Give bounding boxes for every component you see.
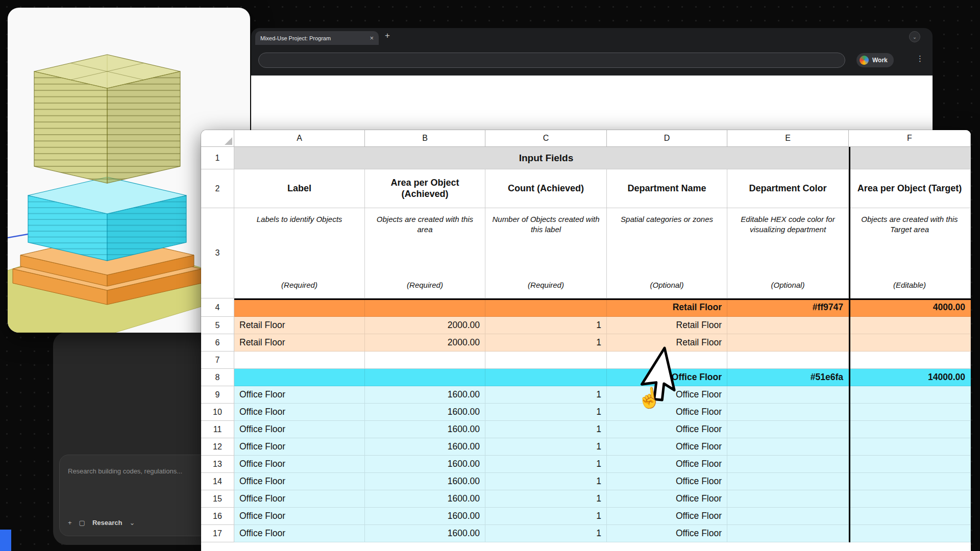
field-header-D[interactable]: Department Name xyxy=(607,169,727,208)
field-description-C[interactable]: Number of Objects created with this labe… xyxy=(485,208,607,298)
sheet-cell-E11[interactable] xyxy=(727,421,849,438)
row-header-1[interactable]: 1 xyxy=(201,147,234,169)
sheet-cell-C8[interactable] xyxy=(485,369,607,386)
row-header-3[interactable]: 3 xyxy=(201,208,234,298)
sheet-cell-C17[interactable]: 1 xyxy=(485,525,607,542)
column-header-E[interactable]: E xyxy=(727,130,849,147)
row-header-6[interactable]: 6 xyxy=(201,334,234,352)
sheet-cell-E15[interactable] xyxy=(727,490,849,508)
sheet-cell-B14[interactable]: 1600.00 xyxy=(365,473,485,490)
sheet-cell-C13[interactable]: 1 xyxy=(485,456,607,473)
column-header-D[interactable]: D xyxy=(607,130,727,147)
sheet-cell-C11[interactable]: 1 xyxy=(485,421,607,438)
sheet-cell-C14[interactable]: 1 xyxy=(485,473,607,490)
field-header-A[interactable]: Label xyxy=(234,169,365,208)
sheet-cell-C7[interactable] xyxy=(485,352,607,369)
sheet-cell-D13[interactable]: Office Floor xyxy=(607,456,727,473)
sheet-cell-F12[interactable] xyxy=(849,438,971,456)
sheet-cell-E6[interactable] xyxy=(727,334,849,352)
sheet-cell-C6[interactable]: 1 xyxy=(485,334,607,352)
sheet-cell-C4[interactable] xyxy=(485,298,607,317)
sheet-cell-D15[interactable]: Office Floor xyxy=(607,490,727,508)
sheet-cell-F11[interactable] xyxy=(849,421,971,438)
sheet-cell-C12[interactable]: 1 xyxy=(485,438,607,456)
row-header-17[interactable]: 17 xyxy=(201,525,234,542)
sheet-cell-D9[interactable]: Office Floor xyxy=(607,386,727,404)
sheet-cell-F4[interactable]: 4000.00 xyxy=(849,298,971,317)
row-header-10[interactable]: 10 xyxy=(201,404,234,421)
column-header-A[interactable]: A xyxy=(234,130,365,147)
row-header-7[interactable]: 7 xyxy=(201,352,234,369)
field-description-E[interactable]: Editable HEX code color for visualizing … xyxy=(727,208,849,298)
sheet-cell-B11[interactable]: 1600.00 xyxy=(365,421,485,438)
sheet-cell-E14[interactable] xyxy=(727,473,849,490)
sheet-cell-F9[interactable] xyxy=(849,386,971,404)
row-header-14[interactable]: 14 xyxy=(201,473,234,490)
sheet-cell-B8[interactable] xyxy=(365,369,485,386)
sheet-cell-F16[interactable] xyxy=(849,508,971,525)
sheet-cell-B5[interactable]: 2000.00 xyxy=(365,317,485,334)
select-all-corner[interactable] xyxy=(201,130,234,147)
field-description-A[interactable]: Labels to identify Objects(Required) xyxy=(234,208,365,298)
sheet-cell-E8[interactable]: #51e6fa xyxy=(727,369,849,386)
sheet-cell-E7[interactable] xyxy=(727,352,849,369)
sheet-cell-D10[interactable]: Office Floor xyxy=(607,404,727,421)
sheet-cell-B15[interactable]: 1600.00 xyxy=(365,490,485,508)
sheet-cell-A9[interactable]: Office Floor xyxy=(234,386,365,404)
sheet-cell-D11[interactable]: Office Floor xyxy=(607,421,727,438)
sheet-cell-C16[interactable]: 1 xyxy=(485,508,607,525)
sheet-cell-F15[interactable] xyxy=(849,490,971,508)
sheet-cell-A15[interactable]: Office Floor xyxy=(234,490,365,508)
sheet-cell-E9[interactable] xyxy=(727,386,849,404)
sheet-cell-E5[interactable] xyxy=(727,317,849,334)
field-description-B[interactable]: Objects are created with this area(Requi… xyxy=(365,208,485,298)
sheet-cell-A10[interactable]: Office Floor xyxy=(234,404,365,421)
sheet-cell-D8[interactable]: Office Floor xyxy=(607,369,727,386)
row-header-5[interactable]: 5 xyxy=(201,317,234,334)
sheet-cell-A17[interactable]: Office Floor xyxy=(234,525,365,542)
sheet-cell-A6[interactable]: Retail Floor xyxy=(234,334,365,352)
row-header-12[interactable]: 12 xyxy=(201,438,234,456)
field-header-F[interactable]: Area per Object (Target) xyxy=(849,169,971,208)
field-header-C[interactable]: Count (Achieved) xyxy=(485,169,607,208)
row-header-9[interactable]: 9 xyxy=(201,386,234,404)
sheet-cell-A13[interactable]: Office Floor xyxy=(234,456,365,473)
row-header-16[interactable]: 16 xyxy=(201,508,234,525)
sheet-cell-E17[interactable] xyxy=(727,525,849,542)
sheet-cell-D5[interactable]: Retail Floor xyxy=(607,317,727,334)
url-bar[interactable] xyxy=(258,53,845,68)
row-header-8[interactable]: 8 xyxy=(201,369,234,386)
research-input-card[interactable]: Research building codes, regulations... … xyxy=(59,455,217,536)
sheet-cell-B10[interactable]: 1600.00 xyxy=(365,404,485,421)
sheet-cell-A12[interactable]: Office Floor xyxy=(234,438,365,456)
sheet-cell-E12[interactable] xyxy=(727,438,849,456)
sheet-cell-B4[interactable] xyxy=(365,298,485,317)
sheet-cell-A5[interactable]: Retail Floor xyxy=(234,317,365,334)
sheet-cell-B16[interactable]: 1600.00 xyxy=(365,508,485,525)
sheet-cell-D16[interactable]: Office Floor xyxy=(607,508,727,525)
sheet-cell-F13[interactable] xyxy=(849,456,971,473)
sheet-cell-B9[interactable]: 1600.00 xyxy=(365,386,485,404)
sheet-cell-B6[interactable]: 2000.00 xyxy=(365,334,485,352)
sheet-cell-A8[interactable] xyxy=(234,369,365,386)
sheet-cell-F17[interactable] xyxy=(849,525,971,542)
sheet-cell-E10[interactable] xyxy=(727,404,849,421)
sheet-cell-E16[interactable] xyxy=(727,508,849,525)
sheet-cell-F7[interactable] xyxy=(849,352,971,369)
sheet-cell-A14[interactable]: Office Floor xyxy=(234,473,365,490)
column-header-C[interactable]: C xyxy=(485,130,607,147)
row-header-11[interactable]: 11 xyxy=(201,421,234,438)
sheet-cell-D14[interactable]: Office Floor xyxy=(607,473,727,490)
sheet-cell-C10[interactable]: 1 xyxy=(485,404,607,421)
chevron-down-icon[interactable]: ⌄ xyxy=(129,519,135,527)
add-icon[interactable]: + xyxy=(68,519,72,527)
sheet-cell-E13[interactable] xyxy=(727,456,849,473)
tab-close-icon[interactable]: × xyxy=(365,34,374,42)
sheet-cell-C9[interactable]: 1 xyxy=(485,386,607,404)
sheet-cell-D12[interactable]: Office Floor xyxy=(607,438,727,456)
sheet-cell-E4[interactable]: #ff9747 xyxy=(727,298,849,317)
sheet-cell-F10[interactable] xyxy=(849,404,971,421)
sheet-cell-C5[interactable]: 1 xyxy=(485,317,607,334)
sheet-cell-F14[interactable] xyxy=(849,473,971,490)
row-header-2[interactable]: 2 xyxy=(201,169,234,208)
